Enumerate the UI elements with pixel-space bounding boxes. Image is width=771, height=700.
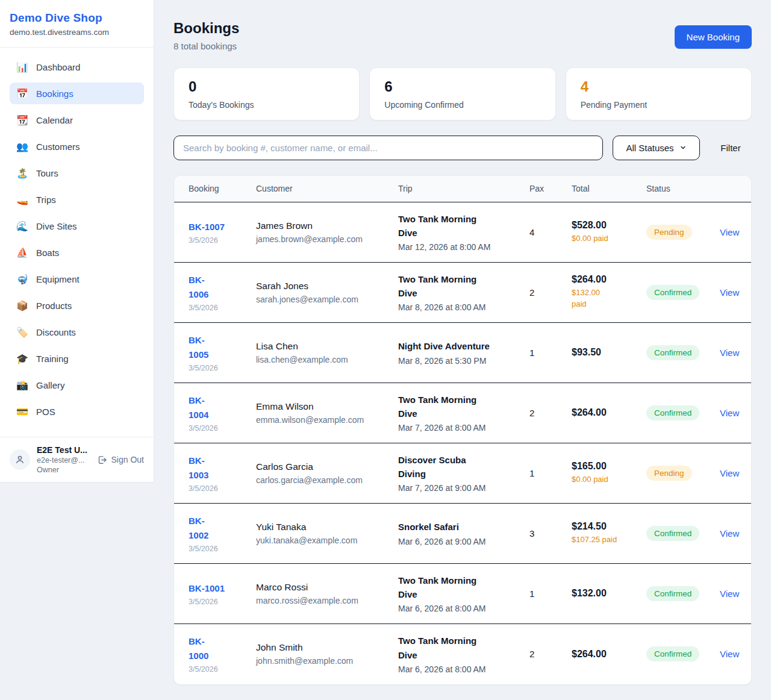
island-icon: 🏝️ [16,167,28,179]
table-row: BK- 1005 3/5/2026 Lisa Chen lisa.chen@ex… [174,323,751,383]
status-badge: Confirmed [646,405,699,420]
title-block: Bookings 8 total bookings [173,20,239,51]
booking-id-link[interactable]: BK-1001 [189,581,256,596]
people-icon: 👥 [16,141,28,152]
trip-datetime: Mar 7, 2026 at 9:00 AM [398,483,529,493]
sidebar-item-discounts[interactable]: 🏷️ Discounts [10,321,144,343]
view-link[interactable]: View [720,227,738,237]
sidebar-item-label: Training [36,354,69,364]
sidebar-item-customers[interactable]: 👥 Customers [10,136,144,157]
view-link[interactable]: View [720,589,738,599]
booking-id-link[interactable]: BK- 1000 [189,634,256,663]
trip-name: Two Tank Morning Dive [398,212,529,240]
dashboard-icon: 📊 [16,61,28,73]
trip-datetime: Mar 8, 2026 at 5:30 PM [398,356,529,366]
search-input[interactable] [173,136,603,160]
status-badge: Confirmed [646,285,699,300]
pax-count: 4 [529,227,572,237]
col-header-status: Status [646,184,720,193]
sidebar-item-label: Calendar [36,115,73,125]
sidebar-item-training[interactable]: 🎓 Training [10,348,144,369]
status-badge: Confirmed [646,646,699,661]
customer-name: Sarah Jones [256,281,398,292]
view-link[interactable]: View [720,649,738,659]
pax-count: 1 [529,589,572,599]
sidebar-item-trips[interactable]: 🚤 Trips [10,189,144,210]
status-badge: Confirmed [646,586,699,601]
sign-out-button[interactable]: Sign Out [97,455,144,465]
sidebar-item-gallery[interactable]: 📸 Gallery [10,374,144,396]
sidebar: Demo Dive Shop demo.test.divestreams.com… [0,0,154,483]
col-header-trip: Trip [398,184,529,193]
pax-count: 2 [529,287,572,298]
sidebar-item-label: Customers [36,142,80,152]
table-header-row: Booking Customer Trip Pax Total Status [174,176,751,202]
customer-email: marco.rossi@example.com [256,596,398,605]
sidebar-item-equipment[interactable]: 🤿 Equipment [10,268,144,290]
sidebar-item-calendar[interactable]: 📆 Calendar [10,109,144,131]
trip-name: Two Tank Morning Dive [398,634,529,662]
sidebar-item-label: Boats [36,248,59,258]
booking-id-link[interactable]: BK- 1002 [189,514,256,543]
total-amount: $93.50 [572,347,646,358]
view-link[interactable]: View [720,287,738,298]
sidebar-item-products[interactable]: 📦 Products [10,295,144,316]
sidebar-item-dashboard[interactable]: 📊 Dashboard [10,56,144,78]
diving-mask-icon: 🤿 [16,273,28,285]
view-link[interactable]: View [720,408,738,418]
user-role: Owner [37,466,87,474]
booking-date: 3/5/2026 [189,364,256,372]
col-header-booking: Booking [189,184,256,193]
customer-email: carlos.garcia@example.com [256,475,398,485]
bookings-table: Booking Customer Trip Pax Total Status B… [173,175,752,685]
customer-name: John Smith [256,642,398,653]
camera-icon: 📸 [16,380,28,391]
booking-id-link[interactable]: BK- 1003 [189,454,256,483]
customer-email: yuki.tanaka@example.com [256,536,398,545]
sidebar-item-boats[interactable]: ⛵ Boats [10,242,144,263]
customer-email: john.smith@example.com [256,656,398,666]
trip-name: Two Tank Morning Dive [398,272,529,301]
new-booking-button[interactable]: New Booking [675,25,752,49]
customer-name: Lisa Chen [256,341,398,352]
customer-name: Yuki Tanaka [256,522,398,533]
trip-name: Snorkel Safari [398,520,529,534]
filter-row: All Statuses Filter [173,136,752,160]
total-amount: $528.00 [572,220,646,231]
trip-datetime: Mar 12, 2026 at 8:00 AM [398,242,529,252]
filter-button[interactable]: Filter [710,143,752,153]
booking-id-link[interactable]: BK- 1006 [189,273,256,302]
total-amount: $264.00 [572,407,646,418]
pax-count: 2 [529,408,572,418]
view-link[interactable]: View [720,348,738,358]
status-filter-select[interactable]: All Statuses [613,136,700,160]
total-amount: $214.50 [572,521,646,532]
trip-datetime: Mar 8, 2026 at 8:00 AM [398,302,529,312]
sidebar-item-tours[interactable]: 🏝️ Tours [10,162,144,184]
total-bookings-subtitle: 8 total bookings [173,41,239,51]
trip-datetime: Mar 7, 2026 at 8:00 AM [398,423,529,433]
tag-icon: 🏷️ [16,327,28,338]
stat-card-upcoming-confirmed: 6 Upcoming Confirmed [369,67,555,120]
sidebar-item-dive-sites[interactable]: 🌊 Dive Sites [10,215,144,237]
sidebar-item-bookings[interactable]: 📅 Bookings [10,83,144,104]
user-icon [14,454,25,465]
booking-id-link[interactable]: BK- 1005 [189,333,256,362]
app-title: Demo Dive Shop [10,11,144,25]
table-row: BK- 1003 3/5/2026 Carlos Garcia carlos.g… [174,443,751,504]
view-link[interactable]: View [720,528,738,539]
page: Demo Dive Shop demo.test.divestreams.com… [0,0,771,700]
stat-value: 0 [189,78,345,95]
table-row: BK- 1004 3/5/2026 Emma Wilson emma.wilso… [174,383,751,443]
booking-id-link[interactable]: BK- 1004 [189,393,256,422]
table-row: BK- 1002 3/5/2026 Yuki Tanaka yuki.tanak… [174,504,751,564]
view-link[interactable]: View [720,468,738,478]
graduation-cap-icon: 🎓 [16,353,28,364]
customer-email: james.brown@example.com [256,234,398,244]
speedboat-icon: 🚤 [16,194,28,205]
stat-label: Today's Bookings [189,100,345,110]
sidebar-item-pos[interactable]: 💳 POS [10,401,144,422]
booking-id-link[interactable]: BK-1007 [189,220,256,234]
pax-count: 1 [529,468,572,478]
stat-card-pending-payment: 4 Pending Payment [566,67,752,120]
